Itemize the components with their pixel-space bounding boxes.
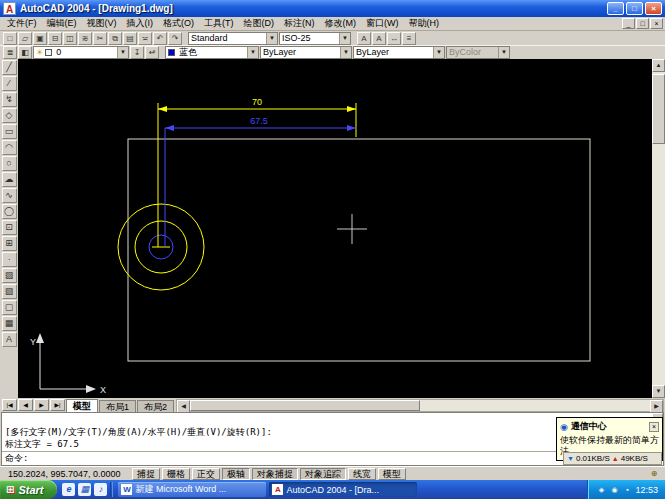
lineweight-combo[interactable]: ByLayer ▼ xyxy=(353,46,445,59)
prev-tab-button[interactable]: ◀ xyxy=(18,399,33,411)
plot-preview-icon[interactable]: ◫ xyxy=(63,32,77,45)
tray-icon[interactable]: ◉ xyxy=(609,485,619,495)
menu-item[interactable]: 绘图(D) xyxy=(239,17,280,30)
chevron-down-icon[interactable]: ▼ xyxy=(433,47,444,58)
plot-icon[interactable]: ⊟ xyxy=(48,32,62,45)
child-minimize-icon[interactable]: _ xyxy=(622,18,635,29)
media-player-icon[interactable]: ♪ xyxy=(94,483,107,496)
menu-item[interactable]: 文件(F) xyxy=(2,17,42,30)
chevron-down-icon[interactable]: ▼ xyxy=(247,47,258,58)
first-tab-button[interactable]: |◀ xyxy=(2,399,17,411)
region-icon[interactable]: ▢ xyxy=(2,300,17,315)
scroll-right-icon[interactable]: ▶ xyxy=(650,400,663,413)
line-icon[interactable]: ╱ xyxy=(2,60,17,75)
status-toggle-button[interactable]: 捕捉 xyxy=(132,468,160,480)
status-toggle-button[interactable]: 对象捕捉 xyxy=(252,468,298,480)
close-icon[interactable]: × xyxy=(645,2,662,15)
communication-center-status-icon[interactable]: ⊕ xyxy=(648,468,660,480)
layout-tab[interactable]: 布局1 xyxy=(99,400,136,412)
internet-explorer-icon[interactable]: e xyxy=(62,483,75,496)
taskbar-task-button[interactable]: A AutoCAD 2004 - [Dra... xyxy=(269,482,417,497)
horizontal-scrollbar[interactable]: ◀ ▶ xyxy=(176,399,664,412)
chevron-down-icon[interactable]: ▼ xyxy=(340,47,351,58)
insert-block-icon[interactable]: ⊡ xyxy=(2,220,17,235)
layout-tab[interactable]: 布局2 xyxy=(137,400,174,412)
text-icon[interactable]: A xyxy=(2,332,17,347)
layer-previous-icon[interactable]: ↫ xyxy=(145,46,159,59)
rectangle-icon[interactable]: ▭ xyxy=(2,124,17,139)
menu-item[interactable]: 修改(M) xyxy=(320,17,362,30)
popup-close-icon[interactable]: × xyxy=(649,422,659,432)
tray-icon[interactable]: ◈ xyxy=(596,485,606,495)
spline-icon[interactable]: ∿ xyxy=(2,188,17,203)
layer-combo[interactable]: ☀ 0 ▼ xyxy=(33,46,129,59)
revcloud-icon[interactable]: ☁ xyxy=(2,172,17,187)
restore-icon[interactable]: □ xyxy=(626,2,643,15)
show-desktop-icon[interactable]: ▦ xyxy=(78,483,91,496)
status-toggle-button[interactable]: 对象追踪 xyxy=(300,468,346,480)
match-properties-icon[interactable]: ≍ xyxy=(138,32,152,45)
paste-icon[interactable]: ▤ xyxy=(123,32,137,45)
last-tab-button[interactable]: ▶| xyxy=(50,399,65,411)
horizontal-scroll-thumb[interactable] xyxy=(190,400,420,411)
table-icon[interactable]: ▦ xyxy=(2,316,17,331)
minimize-icon[interactable]: _ xyxy=(607,2,624,15)
scroll-up-icon[interactable]: ▲ xyxy=(652,59,665,72)
scroll-down-icon[interactable]: ▼ xyxy=(652,385,665,398)
save-icon[interactable]: ▣ xyxy=(33,32,47,45)
next-tab-button[interactable]: ▶ xyxy=(34,399,49,411)
new-icon[interactable]: □ xyxy=(3,32,17,45)
make-block-icon[interactable]: ⊞ xyxy=(2,236,17,251)
single-text-icon[interactable]: A xyxy=(372,32,386,45)
status-toggle-button[interactable]: 栅格 xyxy=(162,468,190,480)
redo-icon[interactable]: ↷ xyxy=(168,32,182,45)
layer-properties-icon[interactable]: ≣ xyxy=(3,46,17,59)
publish-icon[interactable]: ≋ xyxy=(78,32,92,45)
menu-item[interactable]: 视图(V) xyxy=(82,17,122,30)
ellipse-icon[interactable]: ◯ xyxy=(2,204,17,219)
polyline-icon[interactable]: ↯ xyxy=(2,92,17,107)
menu-item[interactable]: 窗口(W) xyxy=(361,17,404,30)
construction-line-icon[interactable]: ∕ xyxy=(2,76,17,91)
hatch-icon[interactable]: ▨ xyxy=(2,268,17,283)
cut-icon[interactable]: ✂ xyxy=(93,32,107,45)
menu-item[interactable]: 帮助(H) xyxy=(404,17,445,30)
status-toggle-button[interactable]: 极轴 xyxy=(222,468,250,480)
menu-item[interactable]: 格式(O) xyxy=(158,17,199,30)
arc-icon[interactable]: ◠ xyxy=(2,140,17,155)
vertical-scrollbar[interactable]: ▲ ▼ xyxy=(652,59,665,398)
drawing-canvas[interactable]: 70 67.5 Y X xyxy=(18,59,652,398)
gradient-icon[interactable]: ▧ xyxy=(2,284,17,299)
child-restore-icon[interactable]: □ xyxy=(636,18,649,29)
text-style-combo[interactable]: Standard ▼ xyxy=(188,32,278,45)
chevron-down-icon[interactable]: ▼ xyxy=(117,47,128,58)
status-toggle-button[interactable]: 模型 xyxy=(378,468,406,480)
layer-states-icon[interactable]: ◧ xyxy=(18,46,32,59)
taskbar-task-button[interactable]: W 新建 Microsoft Word ... xyxy=(118,482,266,497)
chevron-down-icon[interactable]: ▼ xyxy=(266,33,277,44)
properties-icon[interactable]: ≡ xyxy=(402,32,416,45)
point-icon[interactable]: ∙ xyxy=(2,252,17,267)
copy-icon[interactable]: ⧉ xyxy=(108,32,122,45)
make-object-layer-current-icon[interactable]: ↧ xyxy=(130,46,144,59)
menu-item[interactable]: 工具(T) xyxy=(199,17,239,30)
status-toggle-button[interactable]: 正交 xyxy=(192,468,220,480)
linetype-combo[interactable]: ByLayer ▼ xyxy=(260,46,352,59)
undo-icon[interactable]: ↶ xyxy=(153,32,167,45)
vertical-scroll-thumb[interactable] xyxy=(652,74,665,144)
menu-item[interactable]: 插入(I) xyxy=(122,17,159,30)
tray-icon[interactable]: ▪ xyxy=(622,485,632,495)
dim-linear-icon[interactable]: ↔ xyxy=(387,32,401,45)
scroll-left-icon[interactable]: ◀ xyxy=(177,400,190,413)
chevron-down-icon[interactable]: ▼ xyxy=(339,33,350,44)
dim-style-combo[interactable]: ISO-25 ▼ xyxy=(279,32,351,45)
child-close-icon[interactable]: × xyxy=(650,18,663,29)
color-combo[interactable]: 蓝色 ▼ xyxy=(165,46,259,59)
mtext-icon[interactable]: A xyxy=(357,32,371,45)
layout-tab[interactable]: 模型 xyxy=(66,399,98,412)
polygon-icon[interactable]: ◇ xyxy=(2,108,17,123)
status-toggle-button[interactable]: 线宽 xyxy=(348,468,376,480)
start-button[interactable]: ⊞ Start xyxy=(0,480,57,499)
menu-item[interactable]: 编辑(E) xyxy=(42,17,82,30)
circle-icon[interactable]: ○ xyxy=(2,156,17,171)
